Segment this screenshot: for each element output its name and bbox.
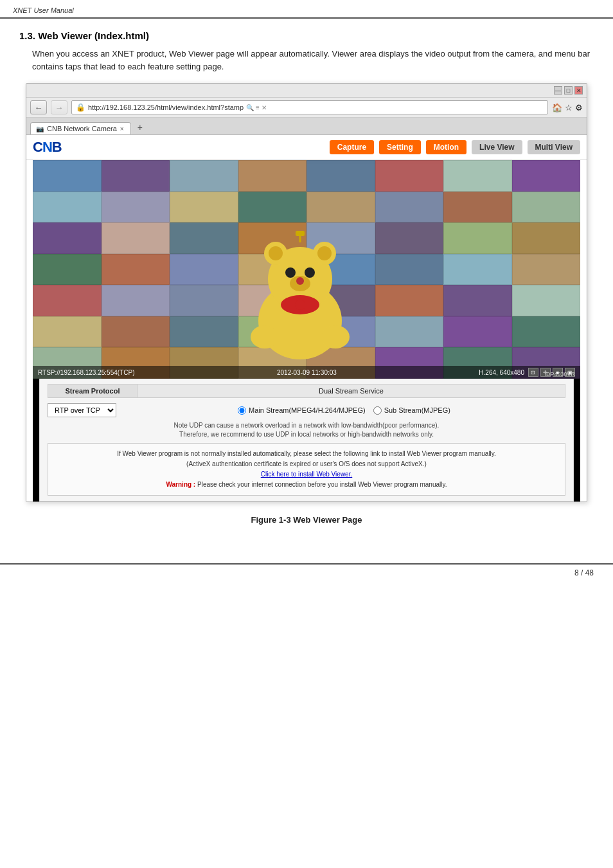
grid-cell (33, 160, 102, 192)
tab-label: CNB Network Camera (47, 125, 117, 132)
secure-icon: 🔒 (76, 103, 85, 112)
current-page: 8 (574, 568, 579, 577)
grid-cell (443, 192, 512, 223)
svg-point-9 (296, 277, 304, 285)
grid-cell (443, 222, 512, 254)
grid-cell (512, 316, 581, 348)
install-box: If Web Viewer program is not normally in… (48, 443, 565, 496)
grid-cell (170, 316, 238, 348)
svg-point-12 (251, 325, 279, 348)
setting-button[interactable]: Setting (379, 140, 421, 154)
motion-button[interactable]: Motion (426, 140, 466, 154)
grid-cell (512, 285, 581, 316)
grid-cell (33, 192, 102, 223)
main-stream-radio[interactable] (238, 406, 246, 415)
warning-content: Please check your internet connection be… (197, 481, 447, 488)
forward-button[interactable]: → (51, 100, 67, 114)
browser-window: — □ ✕ ← → 🔒 http://192.168.123.25/html/v… (26, 83, 587, 502)
stream-controls: Stream Protocol Dual Stream Service RTP … (39, 379, 574, 502)
stream-row: Stream Protocol Dual Stream Service (48, 384, 565, 398)
grid-cell (170, 285, 238, 316)
browser-toolbar: ← → 🔒 http://192.168.123.25/html/view/in… (26, 98, 587, 118)
logo-b: B (52, 139, 62, 155)
main-stream-option[interactable]: Main Stream(MPEG4/H.264/MJPEG) (238, 406, 366, 415)
svg-point-11 (295, 300, 305, 310)
dual-stream-label: Dual Stream Service (138, 384, 565, 398)
grid-cell (375, 192, 444, 223)
grid-cell (33, 285, 102, 316)
install-line2: (ActiveX authentication certificate is e… (186, 460, 427, 467)
svg-point-13 (321, 325, 350, 348)
section-heading: 1.3. Web Viewer (Index.html) (19, 30, 594, 41)
total-pages: 48 (585, 568, 594, 577)
svg-point-7 (305, 267, 315, 278)
svg-point-5 (317, 246, 332, 260)
active-tab[interactable]: 📷 CNB Network Camera × (30, 122, 131, 134)
toolbar-extras: 🏠 ☆ ⚙ (552, 103, 583, 113)
svg-point-3 (269, 246, 283, 260)
maximize-button[interactable]: □ (564, 86, 573, 95)
section-description: When you access an XNET product, Web Vie… (32, 48, 594, 73)
resolution-info: H.264, 640x480 (479, 369, 524, 376)
model-label: IDP4030VR (544, 371, 575, 377)
page-footer: 8 / 48 (0, 563, 613, 581)
address-extras: 🔍 ≡ ✕ (246, 104, 266, 111)
grid-cell (102, 316, 170, 348)
camera-navbar: CNB Capture Setting Motion Live View Mul… (26, 135, 587, 160)
tab-favicon: 📷 (36, 125, 44, 132)
titlebar-controls: — □ ✕ (554, 86, 583, 95)
live-view-button[interactable]: Live View (472, 140, 522, 154)
grid-cell (512, 192, 581, 223)
sub-stream-radio[interactable] (373, 406, 382, 415)
rtsp-address: RTSP://192.168.123.25:554(TCP) (38, 369, 134, 376)
grid-cell (102, 254, 170, 285)
note-line2: Therefore, we recommend to use UDP in lo… (179, 431, 434, 438)
grid-cell (33, 222, 102, 254)
grid-cell (375, 254, 444, 285)
sub-stream-label: Sub Stream(MJPEG) (384, 406, 450, 414)
grid-cell (238, 192, 307, 223)
multi-view-button[interactable]: Multi View (528, 140, 580, 154)
grid-cell (170, 254, 238, 285)
tab-close-button[interactable]: × (120, 125, 124, 132)
grid-cell (443, 285, 512, 316)
home-icon[interactable]: 🏠 (552, 103, 562, 113)
logo-n: N (42, 139, 52, 155)
page-content: 1.3. Web Viewer (Index.html) When you ac… (0, 19, 613, 563)
note-text: Note UDP can cause a network overload in… (48, 421, 565, 439)
back-button[interactable]: ← (30, 100, 47, 114)
grid-cell (170, 222, 238, 254)
page-header: XNET User Manual (0, 0, 613, 19)
svg-rect-15 (296, 231, 305, 236)
grid-cell (102, 285, 170, 316)
video-overlay-bar: RTSP://192.168.123.25:554(TCP) 2012-03-0… (33, 366, 580, 379)
protocol-select[interactable]: RTP over TCP RTP over UDP (48, 403, 116, 417)
teddy-bear-image (236, 231, 364, 366)
main-stream-label: Main Stream(MPEG4/H.264/MJPEG) (249, 406, 366, 414)
tab-bar: 📷 CNB Network Camera × + (26, 118, 587, 135)
new-tab-button[interactable]: + (132, 120, 148, 134)
stream-protocol-label: Stream Protocol (48, 384, 138, 398)
page-number: 8 / 48 (574, 568, 594, 577)
figure-caption: Figure 1-3 Web Viewer Page (19, 515, 594, 525)
logo-text: C (33, 139, 42, 155)
minimize-button[interactable]: — (554, 86, 562, 95)
star-icon[interactable]: ☆ (565, 103, 573, 113)
fit-icon[interactable]: ⊡ (528, 368, 538, 377)
address-bar[interactable]: 🔒 http://192.168.123.25/html/view/index.… (71, 100, 548, 114)
warning-text: Warning : (166, 481, 197, 488)
grid-cell (238, 160, 307, 192)
grid-cell (375, 316, 444, 348)
video-container: RTSP://192.168.123.25:554(TCP) 2012-03-0… (33, 160, 580, 502)
sub-stream-option[interactable]: Sub Stream(MJPEG) (373, 406, 450, 415)
close-button[interactable]: ✕ (574, 86, 583, 95)
install-line1: If Web Viewer program is not normally in… (117, 450, 496, 457)
install-link[interactable]: Click here to install Web Viewer. (261, 471, 352, 478)
gear-icon[interactable]: ⚙ (575, 103, 583, 113)
capture-button[interactable]: Capture (330, 140, 374, 154)
grid-cell (170, 160, 238, 192)
grid-cell (443, 254, 512, 285)
note-line1: Note UDP can cause a network overload in… (174, 422, 440, 429)
grid-cell (375, 285, 444, 316)
address-text: http://192.168.123.25/html/view/index.ht… (88, 104, 244, 111)
